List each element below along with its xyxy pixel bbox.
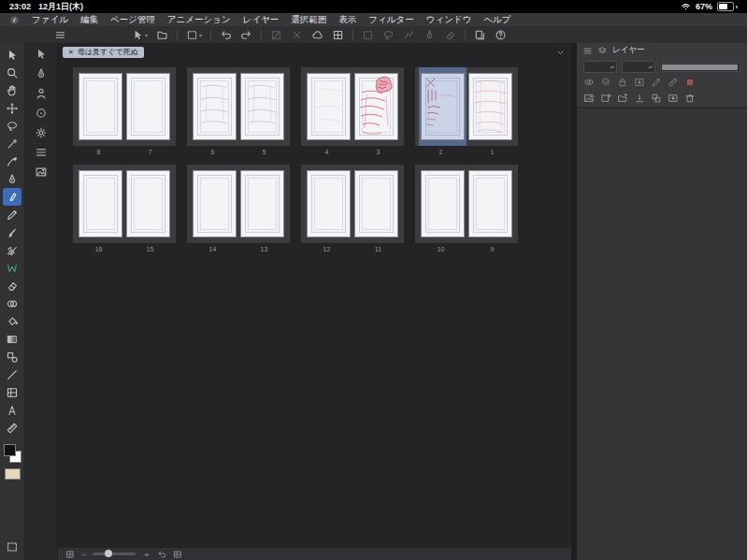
marker-tool[interactable] [3, 188, 22, 206]
opacity-stepper[interactable]: ▴▾ [622, 61, 655, 73]
transform-icon[interactable]: ▾ [186, 29, 202, 41]
menu-item[interactable]: ページ管理 [110, 14, 155, 26]
operation-tool[interactable] [3, 46, 22, 64]
page-thumbnail[interactable] [419, 165, 467, 243]
lock-layer-icon[interactable] [617, 77, 628, 88]
clip-studio-logo-icon[interactable] [9, 15, 20, 25]
lock-transparent-icon[interactable] [634, 77, 645, 88]
snap-grid-icon[interactable] [332, 29, 344, 41]
new-folder-button[interactable] [617, 93, 628, 104]
fit-screen-icon[interactable] [173, 550, 182, 559]
page-thumbnail[interactable] [77, 67, 124, 146]
hand-tool[interactable] [3, 81, 22, 99]
blend-tool[interactable] [3, 294, 22, 312]
navigator-icon[interactable] [65, 550, 75, 559]
menu-item[interactable]: ウィンドウ [426, 14, 472, 26]
opacity-slider[interactable] [660, 63, 740, 72]
tab-list-chevron-icon[interactable] [555, 48, 566, 58]
zoom-tool[interactable] [3, 64, 22, 81]
clear-selection-icon[interactable] [291, 29, 303, 41]
subtool-settings-icon[interactable] [35, 126, 48, 139]
redo-icon[interactable] [240, 29, 252, 41]
subtool-person-icon[interactable] [35, 87, 48, 100]
main-color-swatch[interactable] [4, 444, 16, 456]
page-thumbnail[interactable] [238, 67, 286, 146]
tone-swatch[interactable] [5, 468, 21, 480]
select-eraser-icon[interactable] [444, 29, 456, 41]
subtool-pen-icon[interactable] [35, 67, 48, 80]
auto-select-tool[interactable] [3, 135, 22, 152]
eraser-tool[interactable] [3, 277, 22, 294]
menu-item[interactable]: 選択範囲 [291, 14, 326, 26]
page-thumbnail[interactable] [238, 165, 286, 243]
main-menu-icon[interactable] [54, 29, 66, 41]
cloud-sync-icon[interactable] [311, 29, 323, 41]
eyedropper-tool[interactable] [3, 152, 22, 170]
menu-item[interactable]: 表示 [338, 14, 356, 26]
delete-layer-button[interactable] [684, 93, 696, 104]
blend-mode-select[interactable]: ▴▾ [583, 61, 617, 73]
new-layer-button[interactable] [600, 93, 611, 104]
layer-list-icon[interactable] [583, 93, 595, 104]
undo-icon[interactable] [220, 29, 232, 41]
select-pen-icon[interactable] [424, 29, 436, 41]
frame-border-tool[interactable] [3, 383, 22, 401]
blend-mode-icon[interactable] [583, 77, 595, 88]
fill-tool[interactable] [3, 312, 22, 330]
selection-launcher-button[interactable] [3, 538, 22, 555]
page-manager-icon[interactable] [474, 29, 486, 41]
draft-layer-icon[interactable] [651, 77, 662, 88]
zoom-in-button[interactable]: ＋ [142, 550, 151, 559]
zoom-out-button[interactable]: − [81, 550, 86, 559]
merge-down-button[interactable] [651, 93, 662, 104]
subtool-list-icon[interactable] [35, 146, 48, 159]
rotate-reset-icon[interactable] [157, 550, 166, 559]
operation-icon[interactable]: ▾ [132, 29, 148, 41]
menu-item[interactable]: 編集 [80, 14, 98, 26]
lasso-tool[interactable] [3, 117, 22, 135]
open-canvas-icon[interactable] [156, 29, 168, 41]
subtool-cursor-icon[interactable] [35, 48, 48, 61]
deselect-icon[interactable] [270, 29, 282, 41]
page-thumbnail[interactable] [124, 165, 172, 243]
airbrush-tool[interactable] [3, 241, 22, 259]
menu-item[interactable]: レイヤー [243, 14, 280, 26]
page-thumbnail[interactable] [352, 165, 400, 243]
ruler-tool[interactable] [3, 419, 22, 437]
transfer-down-button[interactable] [634, 93, 645, 104]
brush-tool[interactable] [3, 223, 22, 241]
page-thumbnail[interactable] [191, 165, 238, 243]
figure-tool[interactable] [3, 348, 22, 366]
page-thumbnail[interactable] [191, 67, 238, 146]
menu-item[interactable]: ファイル [32, 14, 68, 26]
select-lasso-icon[interactable] [382, 29, 395, 41]
select-polyline-icon[interactable] [403, 29, 415, 41]
page-thumbnail[interactable] [352, 67, 400, 146]
page-thumbnail[interactable] [305, 67, 352, 146]
pen-tool[interactable] [3, 170, 22, 188]
gradient-tool[interactable] [3, 330, 22, 348]
page-thumbnail[interactable] [419, 67, 467, 146]
help-icon[interactable] [495, 29, 507, 41]
page-thumbnail[interactable] [305, 165, 352, 243]
layer-mask-button[interactable] [668, 93, 679, 104]
document-tab[interactable]: ✕ 母は見すぐで死ぬ [63, 47, 144, 58]
page-thumbnail[interactable] [77, 165, 124, 243]
menu-item[interactable]: ヘルプ [483, 14, 510, 26]
pencil-tool[interactable] [3, 206, 22, 223]
select-rectangle-icon[interactable] [362, 29, 374, 41]
page-thumbnail[interactable] [124, 67, 172, 146]
move-layer-tool[interactable] [3, 99, 22, 117]
layer-ruler-icon[interactable] [668, 77, 679, 88]
line-tool[interactable] [3, 366, 22, 383]
watercolor-tool[interactable] [3, 259, 22, 277]
zoom-slider[interactable] [93, 553, 136, 555]
menu-item[interactable]: アニメーション [167, 14, 231, 26]
page-thumbnail[interactable] [467, 67, 514, 146]
menu-item[interactable]: フィルター [368, 14, 413, 26]
text-tool[interactable] [3, 401, 22, 419]
subtool-image-icon[interactable] [35, 165, 48, 179]
subtool-target-icon[interactable] [35, 107, 48, 120]
clip-to-layer-icon[interactable] [600, 77, 611, 88]
layer-color-icon[interactable] [684, 77, 696, 88]
